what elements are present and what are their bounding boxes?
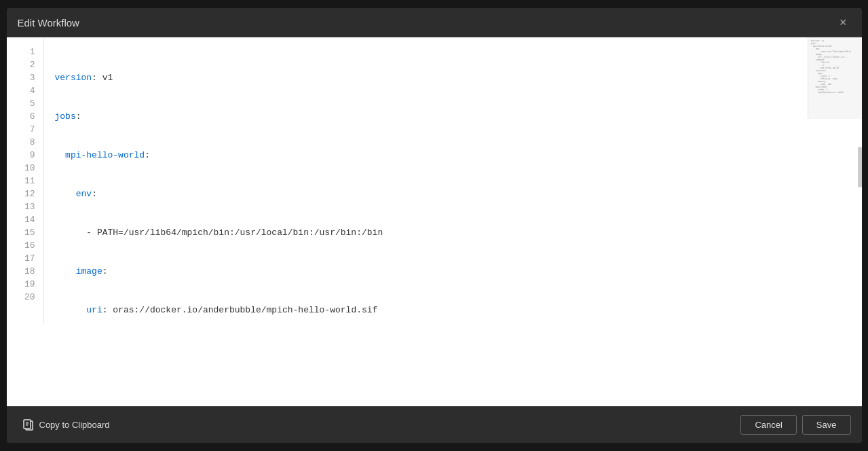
code-line-2: jobs:: [55, 110, 851, 123]
line-num-1: 1: [7, 46, 43, 58]
line-num-2: 2: [7, 58, 43, 71]
line-num-11: 11: [7, 175, 43, 187]
save-button[interactable]: Save: [802, 415, 851, 435]
modal-footer: Copy to Clipboard Cancel Save: [7, 406, 862, 443]
line-num-19: 19: [7, 278, 43, 291]
line-num-13: 13: [7, 200, 43, 213]
line-num-8: 8: [7, 136, 43, 149]
footer-actions: Cancel Save: [740, 415, 850, 435]
line-num-5: 5: [7, 97, 43, 110]
code-line-6: image:: [55, 265, 851, 278]
cancel-button[interactable]: Cancel: [740, 415, 796, 435]
clipboard-icon: [23, 419, 34, 431]
code-line-1: version: v1: [55, 71, 851, 84]
line-num-4: 4: [7, 84, 43, 97]
line-num-9: 9: [7, 149, 43, 162]
modal-title: Edit Workflow: [18, 17, 79, 29]
line-num-10: 10: [7, 162, 43, 175]
scrollbar-indicator[interactable]: [858, 147, 862, 187]
line-num-12: 12: [7, 187, 43, 200]
code-editor[interactable]: version: v1 jobs: mpi-hello-world: env: …: [44, 37, 862, 325]
line-num-14: 14: [7, 213, 43, 226]
editor-area[interactable]: 1 2 3 4 5 6 7 8 9 10 11 12 13 14 15 16 1…: [7, 37, 862, 325]
minimap-content: version: v1 jobs: mpi-hello-world: env: …: [808, 37, 862, 97]
code-line-7: uri: oras://docker.io/anderbubble/mpich-…: [55, 304, 851, 317]
line-num-20: 20: [7, 291, 43, 304]
modal-overlay: Edit Workflow × 1 2 3 4 5 6 7 8 9 10 11 …: [0, 0, 868, 451]
code-line-3: mpi-hello-world:: [55, 149, 851, 162]
line-num-7: 7: [7, 123, 43, 136]
line-num-6: 6: [7, 110, 43, 123]
line-num-16: 16: [7, 239, 43, 252]
minimap: version: v1 jobs: mpi-hello-world: env: …: [808, 37, 862, 119]
code-line-4: env:: [55, 187, 851, 200]
edit-workflow-modal: Edit Workflow × 1 2 3 4 5 6 7 8 9 10 11 …: [7, 8, 862, 443]
line-num-15: 15: [7, 226, 43, 239]
line-num-3: 3: [7, 71, 43, 84]
copy-label: Copy to Clipboard: [39, 420, 110, 430]
modal-header: Edit Workflow ×: [7, 8, 862, 37]
line-numbers: 1 2 3 4 5 6 7 8 9 10 11 12 13 14 15 16 1…: [7, 37, 44, 325]
copy-to-clipboard-button[interactable]: Copy to Clipboard: [18, 416, 115, 434]
close-button[interactable]: ×: [835, 15, 851, 30]
code-line-5: - PATH=/usr/lib64/mpich/bin:/usr/local/b…: [55, 226, 851, 239]
line-num-17: 17: [7, 252, 43, 265]
line-num-18: 18: [7, 265, 43, 278]
empty-editor-area[interactable]: [7, 325, 862, 406]
